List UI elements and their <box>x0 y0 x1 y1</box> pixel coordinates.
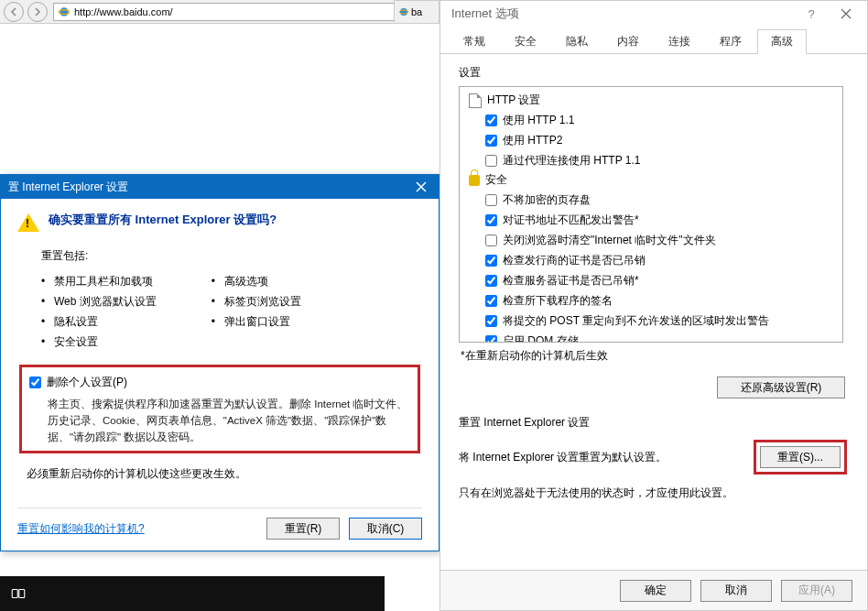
delete-personal-highlight: 删除个人设置(P) 将主页、搜索提供程序和加速器重置为默认设置。删除 Inter… <box>19 365 420 453</box>
options-titlebar: Internet 选项 ? <box>440 1 867 27</box>
setting-label: 检查所下载程序的签名 <box>503 292 613 309</box>
setting-checkbox[interactable] <box>485 135 497 147</box>
tab-label: ba <box>411 6 422 17</box>
address-bar[interactable]: http://www.baidu.com/ <box>53 3 434 21</box>
tab-connections[interactable]: 连接 <box>655 29 704 53</box>
reset-desc: 将 Internet Explorer 设置重置为默认设置。 <box>459 450 667 465</box>
list-item: 隐私设置 <box>41 311 157 332</box>
list-item: 标签页浏览设置 <box>212 291 301 311</box>
setting-checkbox[interactable] <box>485 155 497 167</box>
list-item: 禁用工具栏和加载项 <box>41 271 157 291</box>
list-item: 安全设置 <box>41 332 157 352</box>
svg-rect-4 <box>12 590 17 598</box>
svg-point-0 <box>60 7 68 16</box>
tab-content[interactable]: 内容 <box>603 29 653 53</box>
svg-rect-5 <box>19 590 25 598</box>
ok-button[interactable]: 确定 <box>620 580 691 602</box>
ie-icon <box>398 6 409 17</box>
document-icon <box>469 93 482 108</box>
setting-label: 使用 HTTP2 <box>503 132 562 148</box>
warning-icon <box>17 213 39 232</box>
setting-label: 使用 HTTP 1.1 <box>503 112 574 128</box>
restart-note: *在重新启动你的计算机后生效 <box>461 348 852 364</box>
close-button[interactable] <box>830 5 862 23</box>
svg-point-2 <box>400 8 407 16</box>
lock-icon <box>469 175 480 186</box>
options-footer: 确定 取消 应用(A) <box>440 570 867 610</box>
list-item: Web 浏览器默认设置 <box>41 291 157 311</box>
setting-checkbox[interactable] <box>485 315 497 327</box>
reset-caveat: 只有在浏览器处于无法使用的状态时，才应使用此设置。 <box>459 486 852 501</box>
reboot-note: 必须重新启动你的计算机以使这些更改生效。 <box>27 466 422 482</box>
reset-button-highlight: 重置(S)... <box>754 440 847 475</box>
help-link[interactable]: 重置如何影响我的计算机? <box>17 521 145 537</box>
browser-tab[interactable]: ba <box>394 0 439 24</box>
back-button[interactable] <box>4 2 24 22</box>
setting-label: 关闭浏览器时清空"Internet 临时文件"文件夹 <box>503 232 716 248</box>
url-text: http://www.baidu.com/ <box>74 6 173 17</box>
tree-group-label: 安全 <box>485 172 507 188</box>
includes-left-list: 禁用工具栏和加载项 Web 浏览器默认设置 隐私设置 安全设置 <box>41 271 157 352</box>
options-title: Internet 选项 <box>451 5 519 22</box>
setting-label: 不将加密的页存盘 <box>503 191 591 208</box>
setting-checkbox[interactable] <box>485 194 497 206</box>
cancel-button[interactable]: 取消(C) <box>349 518 422 540</box>
tabs-row: 常规 安全 隐私 内容 连接 程序 高级 <box>440 27 867 54</box>
setting-checkbox[interactable] <box>485 275 497 287</box>
tree-group-http: HTTP 设置 <box>465 91 837 110</box>
tab-privacy[interactable]: 隐私 <box>552 29 602 53</box>
delete-personal-checkbox[interactable] <box>29 376 41 388</box>
forward-button[interactable] <box>27 2 48 22</box>
tab-security[interactable]: 安全 <box>501 29 550 53</box>
tab-advanced[interactable]: 高级 <box>757 29 807 54</box>
ie-icon <box>58 5 71 18</box>
reset-ie-dialog: 置 Internet Explorer 设置 确实要重置所有 Internet … <box>0 174 439 551</box>
list-item: 高级选项 <box>212 271 301 291</box>
reset-section-title: 重置 Internet Explorer 设置 <box>459 415 852 431</box>
tab-programs[interactable]: 程序 <box>706 29 755 53</box>
taskview-icon[interactable] <box>5 581 31 606</box>
help-button[interactable]: ? <box>796 5 827 23</box>
tab-general[interactable]: 常规 <box>450 29 499 53</box>
reset-button[interactable]: 重置(R) <box>266 518 340 540</box>
includes-right-list: 高级选项 标签页浏览设置 弹出窗口设置 <box>212 271 301 352</box>
settings-label: 设置 <box>459 65 852 81</box>
apply-button[interactable]: 应用(A) <box>781 580 852 602</box>
browser-toolbar: http://www.baidu.com/ <box>0 0 439 24</box>
setting-checkbox[interactable] <box>485 335 497 344</box>
tree-group-label: HTTP 设置 <box>487 93 540 108</box>
reset-dialog-titlebar: 置 Internet Explorer 设置 <box>1 175 439 199</box>
internet-options-dialog: Internet 选项 ? 常规 安全 隐私 内容 连接 程序 高级 设置 HT… <box>439 0 868 611</box>
delete-personal-desc: 将主页、搜索提供程序和加速器重置为默认设置。删除 Internet 临时文件、历… <box>48 396 408 445</box>
setting-label: 将提交的 POST 重定向到不允许发送的区域时发出警告 <box>503 312 769 329</box>
setting-label: 对证书地址不匹配发出警告* <box>503 212 639 228</box>
close-button[interactable] <box>407 178 435 196</box>
tree-group-security: 安全 <box>465 170 837 190</box>
setting-label: 检查服务器证书是否已吊销* <box>503 272 639 289</box>
list-item: 弹出窗口设置 <box>212 311 301 332</box>
restore-advanced-button[interactable]: 还原高级设置(R) <box>717 376 845 398</box>
setting-label: 通过代理连接使用 HTTP 1.1 <box>503 152 640 169</box>
setting-checkbox[interactable] <box>485 115 497 126</box>
includes-label: 重置包括: <box>41 248 422 264</box>
cancel-button[interactable]: 取消 <box>700 580 772 602</box>
advanced-settings-tree[interactable]: HTTP 设置 使用 HTTP 1.1 使用 HTTP2 通过代理连接使用 HT… <box>459 86 843 343</box>
setting-label: 检查发行商的证书是否已吊销 <box>503 252 646 268</box>
taskbar <box>0 576 385 611</box>
setting-checkbox[interactable] <box>485 295 497 307</box>
setting-label: 启用 DOM 存储 <box>503 333 579 343</box>
delete-personal-label: 删除个人设置(P) <box>47 375 127 390</box>
setting-checkbox[interactable] <box>485 214 497 226</box>
setting-checkbox[interactable] <box>485 235 497 246</box>
reset-settings-button[interactable]: 重置(S)... <box>760 446 841 468</box>
setting-checkbox[interactable] <box>485 255 497 267</box>
reset-dialog-title: 置 Internet Explorer 设置 <box>8 180 128 195</box>
reset-dialog-heading: 确实要重置所有 Internet Explorer 设置吗? <box>49 212 277 228</box>
